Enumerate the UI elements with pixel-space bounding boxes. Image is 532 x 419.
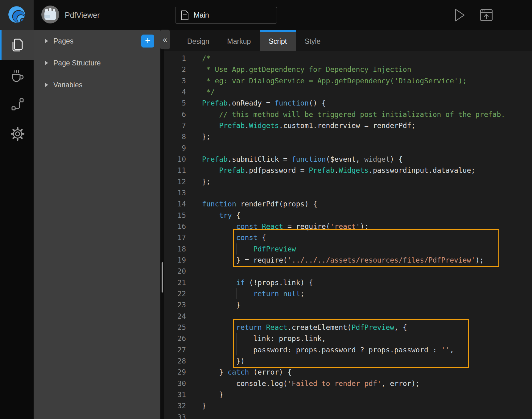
line-number: 18 bbox=[164, 243, 186, 255]
code-text: Prefab.onReady = function() { bbox=[202, 97, 326, 109]
indent-guide bbox=[219, 232, 219, 243]
line-number: 11 bbox=[164, 165, 186, 176]
code-line: 28 }) bbox=[164, 355, 532, 367]
code-text: return React.createElement(PdfPreview, { bbox=[202, 322, 407, 333]
indent-guide bbox=[219, 299, 219, 310]
indent-guide bbox=[219, 243, 219, 255]
indent-guide bbox=[202, 221, 202, 232]
rail-item-java-services[interactable] bbox=[0, 60, 34, 89]
line-number: 7 bbox=[164, 120, 186, 131]
section-variables[interactable]: Variables bbox=[34, 74, 160, 96]
code-text: }) bbox=[202, 355, 245, 367]
code-text: // this method will be triggered post in… bbox=[202, 109, 505, 120]
indent-guide bbox=[202, 232, 202, 243]
section-page-structure[interactable]: Page Structure bbox=[34, 52, 160, 74]
section-page-structure-label: Page Structure bbox=[53, 59, 101, 67]
code-line: 13 bbox=[164, 187, 532, 198]
code-line: 25 return React.createElement(PdfPreview… bbox=[164, 322, 532, 333]
code-text: Prefab.pdfpassword = Prefab.Widgets.pass… bbox=[202, 165, 475, 176]
indent-guide bbox=[219, 255, 219, 266]
indent-guide bbox=[219, 333, 219, 344]
rail-item-orchestration[interactable] bbox=[0, 89, 34, 119]
line-number: 23 bbox=[164, 299, 186, 310]
code-line: 23 } bbox=[164, 299, 532, 310]
line-number: 9 bbox=[164, 143, 186, 154]
page-selector-label: Main bbox=[194, 11, 209, 19]
wavemaker-logo[interactable] bbox=[0, 0, 34, 30]
code-text: Prefab.Widgets.custom1.renderview = rend… bbox=[202, 120, 415, 131]
line-number: 1 bbox=[164, 53, 186, 64]
explorer-panel: Pages + Page Structure Variables bbox=[34, 30, 160, 419]
indent-guide bbox=[202, 165, 202, 176]
code-text: } catch (error) { bbox=[202, 367, 292, 378]
preview-button[interactable] bbox=[479, 8, 493, 22]
rail-item-settings[interactable] bbox=[0, 119, 34, 149]
code-text: const React = require('react'); bbox=[202, 221, 369, 232]
prefab-avatar-icon[interactable] bbox=[41, 5, 60, 24]
activity-rail bbox=[0, 30, 34, 419]
tab-style[interactable]: Style bbox=[296, 30, 329, 51]
indent-guide bbox=[202, 86, 202, 97]
code-line: 8}; bbox=[164, 131, 532, 142]
page-selector[interactable]: Main bbox=[175, 7, 277, 24]
line-number: 16 bbox=[164, 221, 186, 232]
code-editor[interactable]: 1/*2 * Use App.getDependency for Depende… bbox=[164, 51, 532, 419]
code-line: 10Prefab.submitClick = function($event, … bbox=[164, 154, 532, 165]
code-line: 6 // this method will be triggered post … bbox=[164, 109, 532, 120]
tab-markup[interactable]: Markup bbox=[218, 30, 260, 51]
line-number: 4 bbox=[164, 86, 186, 97]
page-title: PdfViewer bbox=[65, 0, 100, 30]
indent-guide bbox=[202, 322, 202, 333]
code-text: return null; bbox=[202, 288, 304, 299]
indent-guide bbox=[202, 210, 202, 221]
scrollbar-thumb[interactable] bbox=[162, 262, 163, 292]
code-line: 30 console.log('Failed to render pdf', e… bbox=[164, 378, 532, 389]
code-text: password: props.password ? props.passwor… bbox=[202, 344, 454, 355]
editor-area: Design Markup Script Style 1/*2 * Use Ap… bbox=[164, 30, 532, 419]
run-button[interactable] bbox=[453, 8, 467, 22]
line-number: 17 bbox=[164, 232, 186, 243]
code-line: 14function renderPdf(props) { bbox=[164, 198, 532, 210]
code-line: 20 bbox=[164, 266, 532, 277]
line-number: 19 bbox=[164, 255, 186, 266]
code-line: 26 link: props.link, bbox=[164, 333, 532, 344]
code-text: */ bbox=[202, 86, 215, 97]
line-number: 14 bbox=[164, 198, 186, 210]
indent-guide bbox=[202, 75, 202, 86]
code-text: console.log('Failed to render pdf', erro… bbox=[202, 378, 420, 389]
code-text: const { bbox=[202, 232, 266, 243]
add-page-button[interactable]: + bbox=[141, 35, 154, 48]
code-text: }; bbox=[202, 131, 211, 142]
section-pages[interactable]: Pages + bbox=[34, 30, 160, 52]
line-number: 22 bbox=[164, 288, 186, 299]
line-number: 8 bbox=[164, 131, 186, 142]
line-number: 28 bbox=[164, 355, 186, 367]
tab-script[interactable]: Script bbox=[260, 30, 296, 51]
indent-guide bbox=[236, 344, 237, 355]
collapse-panel-button[interactable]: « bbox=[160, 30, 170, 49]
indent-guide bbox=[202, 243, 202, 255]
pages-icon bbox=[10, 37, 25, 53]
line-number: 26 bbox=[164, 333, 186, 344]
tab-design[interactable]: Design bbox=[178, 30, 218, 51]
indent-guide bbox=[202, 109, 202, 120]
code-text: } bbox=[202, 299, 241, 310]
panel-editor-divider bbox=[160, 30, 164, 419]
line-number: 27 bbox=[164, 344, 186, 355]
code-line: 9 bbox=[164, 143, 532, 154]
line-number: 30 bbox=[164, 378, 186, 389]
indent-guide bbox=[202, 355, 202, 367]
code-line: 15 try { bbox=[164, 210, 532, 221]
rail-item-pages[interactable] bbox=[0, 30, 34, 60]
indent-guide bbox=[202, 389, 202, 400]
indent-guide bbox=[202, 378, 202, 389]
indent-guide bbox=[219, 355, 219, 367]
indent-guide bbox=[236, 243, 237, 255]
indent-guide bbox=[236, 288, 237, 299]
code-line: 11 Prefab.pdfpassword = Prefab.Widgets.p… bbox=[164, 165, 532, 176]
code-line: 22 return null; bbox=[164, 288, 532, 299]
code-text: function renderPdf(props) { bbox=[202, 198, 317, 210]
code-text: PdfPreview bbox=[202, 243, 296, 255]
code-line: 12}; bbox=[164, 176, 532, 187]
indent-guide bbox=[202, 299, 202, 310]
